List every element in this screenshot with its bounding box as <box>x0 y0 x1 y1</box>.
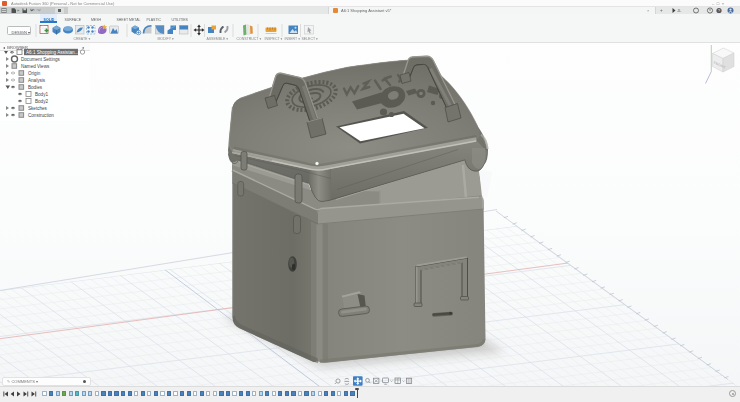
svg-text:Body1: Body1 <box>35 92 48 97</box>
svg-text:Named Views: Named Views <box>21 64 50 69</box>
svg-text:Bodies: Bodies <box>28 85 43 90</box>
svg-text:A6:1 Shopping Assistan...: A6:1 Shopping Assistan... <box>26 50 78 55</box>
svg-text:Sketches: Sketches <box>28 106 48 111</box>
svg-text:Origin: Origin <box>28 71 41 76</box>
svg-text:Document Settings: Document Settings <box>21 57 61 62</box>
svg-text:Body2: Body2 <box>35 99 48 104</box>
svg-text:Construction: Construction <box>28 113 54 118</box>
svg-text:JL: JL <box>677 8 682 13</box>
svg-text:Analysis: Analysis <box>28 78 46 83</box>
